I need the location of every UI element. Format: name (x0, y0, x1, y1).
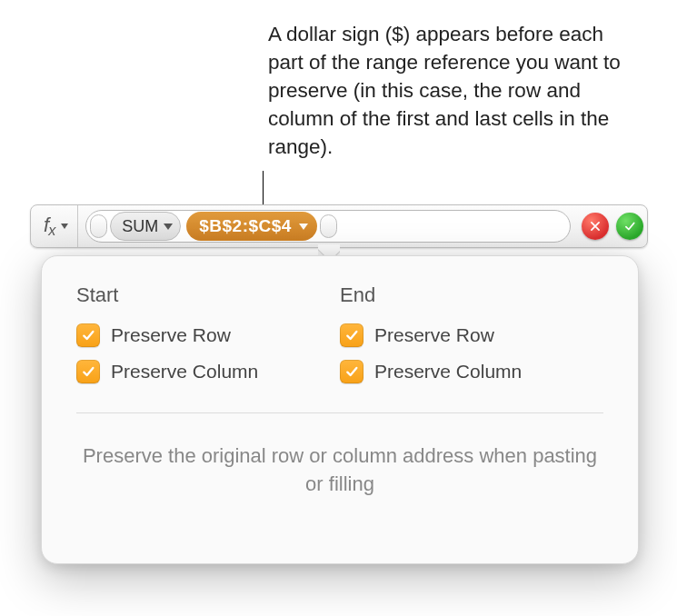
checkbox-label: Preserve Column (111, 361, 258, 383)
start-heading: Start (76, 283, 340, 307)
function-chip-label: SUM (122, 217, 158, 236)
chevron-down-icon (61, 224, 68, 229)
check-icon (623, 220, 636, 233)
function-chip[interactable]: SUM (110, 212, 181, 241)
start-preserve-column-checkbox[interactable]: Preserve Column (76, 360, 340, 383)
end-heading: End (340, 283, 603, 307)
formula-bar-inner: fx SUM $B$2:$C$4 (30, 204, 648, 248)
divider (76, 412, 603, 413)
accept-button[interactable] (616, 213, 643, 240)
end-preserve-column-checkbox[interactable]: Preserve Column (340, 360, 603, 383)
cancel-button[interactable] (582, 213, 609, 240)
range-reference-chip[interactable]: $B$2:$C$4 (186, 212, 317, 241)
end-column: End Preserve Row Preserve Column (340, 283, 603, 396)
callout-text: A dollar sign ($) appears before each pa… (268, 20, 624, 161)
checkbox-label: Preserve Column (374, 361, 522, 383)
checkbox-checked-icon (340, 323, 363, 347)
chevron-down-icon (164, 224, 173, 230)
formula-editor[interactable]: SUM $B$2:$C$4 (85, 210, 571, 243)
drag-handle-right[interactable] (320, 214, 337, 238)
start-column: Start Preserve Row Preserve Column (76, 283, 340, 396)
formula-bar: fx SUM $B$2:$C$4 (30, 204, 648, 248)
checkbox-label: Preserve Row (374, 324, 494, 346)
fx-icon: fx (44, 214, 55, 239)
checkbox-checked-icon (340, 360, 363, 383)
drag-handle-left[interactable] (90, 214, 107, 238)
preserve-reference-popover: Start Preserve Row Preserve Column End (41, 255, 639, 564)
fx-menu-button[interactable]: fx (31, 205, 78, 247)
x-icon (589, 220, 602, 233)
range-reference-label: $B$2:$C$4 (199, 216, 292, 236)
start-preserve-row-checkbox[interactable]: Preserve Row (76, 323, 340, 347)
checkbox-label: Preserve Row (111, 324, 231, 346)
chevron-down-icon (299, 224, 308, 230)
checkbox-checked-icon (76, 360, 100, 383)
checkbox-checked-icon (76, 323, 100, 347)
popover-hint: Preserve the original row or column addr… (76, 442, 603, 499)
end-preserve-row-checkbox[interactable]: Preserve Row (340, 323, 603, 347)
